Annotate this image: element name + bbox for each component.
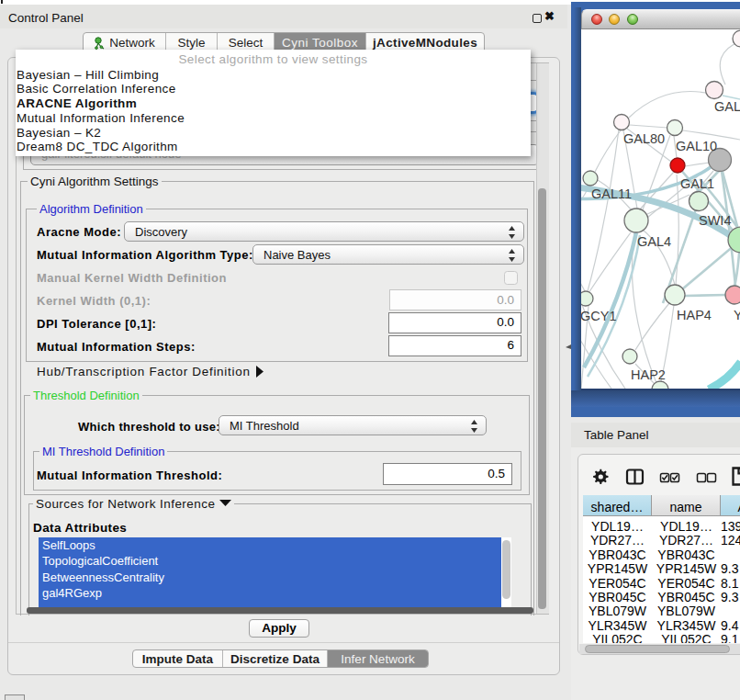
- svg-text:GAL4: GAL4: [637, 234, 671, 249]
- svg-text:GAL11: GAL11: [591, 186, 632, 201]
- svg-text:GAL80: GAL80: [623, 131, 665, 146]
- svg-text:GAL1: GAL1: [680, 176, 714, 191]
- svg-text:GAL7: GAL7: [714, 99, 740, 114]
- svg-text:GAL10: GAL10: [676, 139, 717, 153]
- svg-text:HAP2: HAP2: [631, 367, 666, 382]
- svg-text:HAP4: HAP4: [677, 308, 712, 322]
- svg-text:YER0: YER0: [734, 308, 740, 322]
- svg-text:GCY1: GCY1: [581, 309, 617, 323]
- svg-text:SWI4: SWI4: [699, 213, 731, 228]
